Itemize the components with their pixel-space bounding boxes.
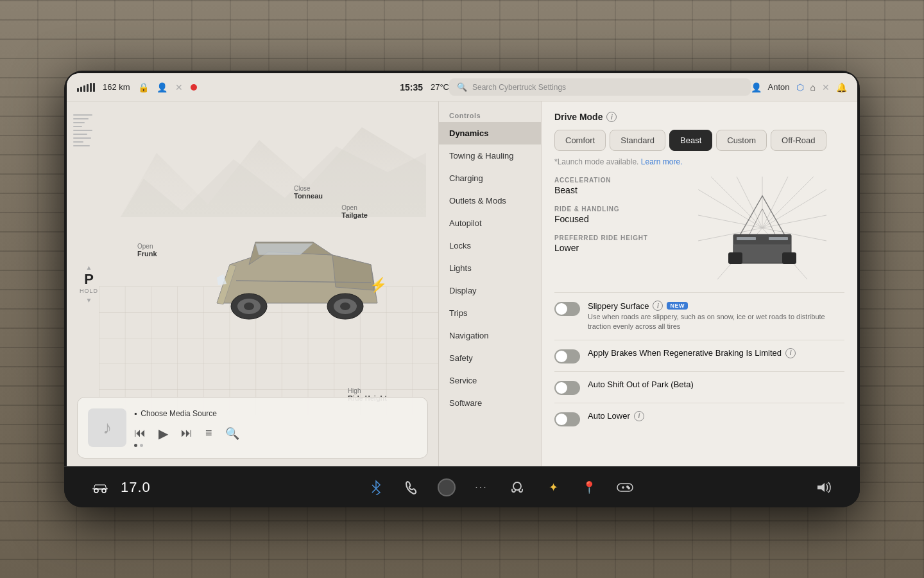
- music-note-icon: ♪: [103, 417, 112, 438]
- launch-mode-text: *Launch mode available. Learn more.: [554, 157, 844, 166]
- toggle-slippery-content: Slippery Surface i NEW Use when roads ar…: [588, 301, 844, 332]
- user-icon: 👤: [751, 82, 762, 92]
- svg-rect-36: [737, 237, 756, 240]
- pin-icon[interactable]: 📍: [579, 477, 599, 498]
- autoshift-title: Auto Shift Out of Park (Beta): [588, 380, 844, 389]
- current-time: 15:35: [400, 82, 423, 92]
- drive-mode-info-icon[interactable]: i: [606, 112, 617, 122]
- left-panel: ▲ P HOLD ▼: [67, 101, 439, 466]
- media-dots: [134, 444, 417, 447]
- settings-content: Drive Mode i Comfort Standard Beast Cust…: [542, 101, 857, 466]
- speed-lines: [73, 114, 92, 146]
- nav-item-service[interactable]: Service: [439, 369, 541, 392]
- temperature: 27°C: [431, 82, 449, 92]
- nav-item-charging[interactable]: Charging: [439, 167, 541, 189]
- nav-item-locks[interactable]: Locks: [439, 234, 541, 257]
- sparkle-icon[interactable]: ✦: [543, 477, 563, 498]
- toggle-knob: [556, 303, 567, 315]
- battery-bar-5: [90, 83, 92, 92]
- bluetooth-icon: ⬡: [796, 82, 804, 92]
- media-source-row: ▪ Choose Media Source: [134, 409, 417, 418]
- autoshift-toggle[interactable]: [554, 381, 580, 395]
- new-badge: NEW: [667, 302, 688, 310]
- mode-btn-offroad[interactable]: Off-Road: [771, 130, 826, 151]
- hold-label: HOLD: [80, 288, 98, 294]
- svg-marker-15: [217, 274, 227, 285]
- dashboard-frame: 162 km 🔒 👤 ✕ 15:35 27°C 🔍 Search Cybertr…: [64, 71, 860, 507]
- nav-item-autopilot[interactable]: Autopilot: [439, 212, 541, 234]
- recording-dot: [191, 84, 197, 91]
- mode-btn-beast[interactable]: Beast: [669, 130, 712, 151]
- signal-icon: ✕: [175, 82, 183, 92]
- autolower-toggle[interactable]: [554, 412, 580, 426]
- speed-line: [73, 130, 92, 131]
- media-source-text[interactable]: Choose Media Source: [141, 409, 217, 418]
- slippery-title: Slippery Surface i NEW: [588, 301, 844, 311]
- mode-btn-standard[interactable]: Standard: [610, 130, 665, 151]
- speed-line: [73, 141, 83, 143]
- search-bar[interactable]: 🔍 Search Cybertruck Settings: [449, 78, 751, 96]
- brakes-info-icon[interactable]: i: [785, 348, 796, 358]
- mode-btn-custom[interactable]: Custom: [716, 130, 767, 151]
- taskbar-left: 17.0: [90, 477, 218, 498]
- media-info: ▪ Choose Media Source ⏮ ▶ ⏭ ≡ 🔍: [134, 409, 417, 447]
- car-3d-view: [191, 213, 397, 342]
- mode-btn-comfort[interactable]: Comfort: [554, 130, 606, 151]
- volume-icon[interactable]: [814, 477, 834, 498]
- slippery-surface-toggle[interactable]: [554, 302, 580, 316]
- lock-icon: 🔒: [138, 82, 149, 92]
- nav-section-controls: Controls: [439, 107, 541, 122]
- prev-track-button[interactable]: ⏮: [134, 426, 146, 440]
- more-dots-icon[interactable]: ···: [471, 477, 492, 498]
- speed-line: [73, 118, 89, 119]
- gamepad-icon[interactable]: [615, 477, 635, 498]
- battery-bar-6: [93, 83, 95, 92]
- circle-icon[interactable]: [438, 478, 456, 496]
- bell-icon: 🔔: [836, 82, 847, 92]
- mountains-bg: [105, 114, 438, 217]
- top-bar: 162 km 🔒 👤 ✕ 15:35 27°C 🔍 Search Cybertr…: [67, 73, 857, 101]
- svg-point-41: [513, 482, 521, 490]
- svg-line-16: [711, 177, 762, 228]
- bluetooth-taskbar-icon[interactable]: [366, 477, 386, 498]
- car-icon[interactable]: [90, 477, 110, 498]
- nav-item-safety[interactable]: Safety: [439, 347, 541, 369]
- svg-rect-35: [782, 252, 796, 264]
- nav-item-dynamics[interactable]: Dynamics: [439, 122, 541, 144]
- speed-line: [73, 122, 85, 123]
- slippery-info-icon[interactable]: i: [653, 301, 663, 311]
- toggle-slippery-surface: Slippery Surface i NEW Use when roads ar…: [554, 292, 844, 340]
- play-pause-button[interactable]: ▶: [158, 426, 168, 441]
- p-indicator: ▲ P HOLD ▼: [80, 264, 98, 304]
- speed-line: [73, 137, 91, 139]
- menu-button[interactable]: ≡: [205, 426, 212, 440]
- toggle-autoshift: Auto Shift Out of Park (Beta): [554, 371, 844, 403]
- nav-item-trips[interactable]: Trips: [439, 302, 541, 324]
- media-player: ♪ ▪ Choose Media Source ⏮ ▶ ⏭ ≡ 🔍: [77, 397, 428, 459]
- taskbar-right: [783, 477, 834, 498]
- autolower-info-icon[interactable]: i: [634, 411, 644, 421]
- svg-line-25: [698, 215, 762, 228]
- version-number: 17.0: [121, 479, 151, 496]
- battery-bar-4: [87, 84, 89, 92]
- nav-item-outlets[interactable]: Outlets & Mods: [439, 189, 541, 212]
- battery-bar-2: [80, 87, 82, 92]
- svg-rect-42: [617, 484, 633, 491]
- svg-marker-47: [817, 483, 825, 492]
- brakes-toggle[interactable]: [554, 349, 580, 363]
- learn-more-link[interactable]: Learn more.: [641, 157, 683, 166]
- toggle-knob: [556, 414, 567, 425]
- person-icon: 👤: [157, 82, 167, 92]
- nav-item-software[interactable]: Software: [439, 392, 541, 414]
- next-track-button[interactable]: ⏭: [181, 426, 193, 440]
- nav-item-towing[interactable]: Towing & Hauling: [439, 144, 541, 167]
- headphone-icon[interactable]: [507, 477, 527, 498]
- nav-item-navigation[interactable]: Navigation: [439, 324, 541, 347]
- phone-icon[interactable]: [402, 477, 422, 498]
- nav-item-display[interactable]: Display: [439, 279, 541, 302]
- screen: 162 km 🔒 👤 ✕ 15:35 27°C 🔍 Search Cybertr…: [67, 73, 857, 466]
- nav-item-lights[interactable]: Lights: [439, 257, 541, 279]
- battery-bar-3: [83, 85, 85, 92]
- search-media-button[interactable]: 🔍: [225, 426, 239, 441]
- settings-layout: Controls Dynamics Towing & Hauling Charg…: [439, 101, 857, 466]
